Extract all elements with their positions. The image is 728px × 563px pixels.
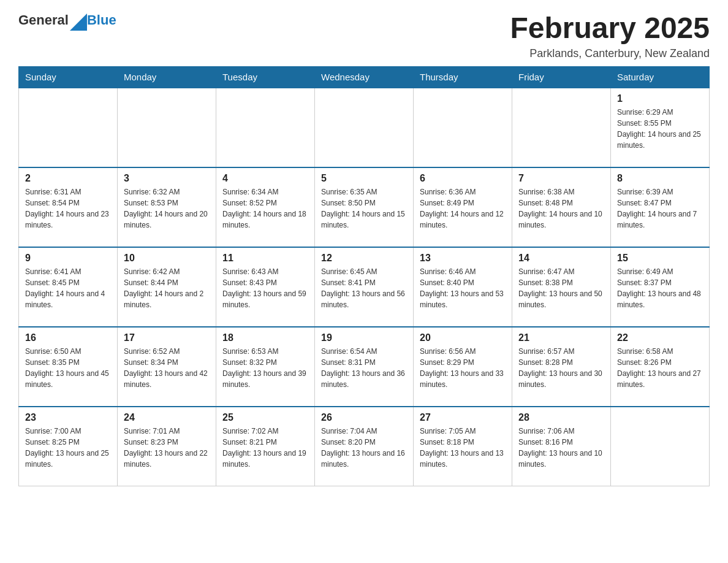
calendar-cell-w2-d7: 8Sunrise: 6:39 AMSunset: 8:47 PMDaylight… (611, 167, 710, 247)
day-info: Sunrise: 6:36 AMSunset: 8:49 PMDaylight:… (420, 186, 506, 231)
calendar-cell-w4-d7: 22Sunrise: 6:58 AMSunset: 8:26 PMDayligh… (611, 327, 710, 407)
calendar-cell-w1-d1 (19, 88, 118, 167)
calendar-cell-w3-d3: 11Sunrise: 6:43 AMSunset: 8:43 PMDayligh… (216, 247, 315, 327)
day-number: 4 (222, 173, 308, 184)
day-number: 18 (222, 332, 308, 343)
day-info: Sunrise: 7:01 AMSunset: 8:23 PMDaylight:… (124, 426, 210, 470)
calendar-cell-w1-d7: 1Sunrise: 6:29 AMSunset: 8:55 PMDaylight… (611, 88, 710, 167)
calendar-cell-w3-d4: 12Sunrise: 6:45 AMSunset: 8:41 PMDayligh… (315, 247, 414, 327)
day-number: 19 (321, 332, 407, 343)
day-number: 27 (420, 412, 506, 423)
day-info: Sunrise: 6:46 AMSunset: 8:40 PMDaylight:… (420, 266, 506, 310)
calendar-cell-w3-d6: 14Sunrise: 6:47 AMSunset: 8:38 PMDayligh… (512, 247, 611, 327)
day-number: 17 (124, 332, 210, 343)
day-number: 14 (518, 253, 604, 264)
logo: General Blue (18, 12, 116, 31)
calendar-cell-w3-d1: 9Sunrise: 6:41 AMSunset: 8:45 PMDaylight… (19, 247, 118, 327)
svg-marker-0 (70, 13, 87, 31)
day-info: Sunrise: 6:31 AMSunset: 8:54 PMDaylight:… (25, 186, 111, 231)
day-number: 21 (518, 332, 604, 343)
logo-triangle-icon (70, 13, 87, 31)
day-number: 22 (617, 332, 703, 343)
day-number: 10 (124, 253, 210, 264)
day-number: 20 (420, 332, 506, 343)
calendar-cell-w3-d7: 15Sunrise: 6:49 AMSunset: 8:37 PMDayligh… (611, 247, 710, 327)
calendar-week-5: 23Sunrise: 7:00 AMSunset: 8:25 PMDayligh… (19, 407, 710, 486)
day-info: Sunrise: 6:53 AMSunset: 8:32 PMDaylight:… (222, 346, 308, 390)
day-number: 8 (617, 173, 703, 184)
col-friday: Friday (512, 66, 611, 88)
month-title: February 2025 (510, 12, 710, 45)
day-info: Sunrise: 6:54 AMSunset: 8:31 PMDaylight:… (321, 346, 407, 390)
day-info: Sunrise: 6:39 AMSunset: 8:47 PMDaylight:… (617, 186, 703, 231)
calendar-cell-w1-d3 (216, 88, 315, 167)
calendar-cell-w1-d2 (118, 88, 216, 167)
calendar-table: Sunday Monday Tuesday Wednesday Thursday… (18, 66, 710, 487)
day-info: Sunrise: 6:56 AMSunset: 8:29 PMDaylight:… (420, 346, 506, 390)
day-info: Sunrise: 7:00 AMSunset: 8:25 PMDaylight:… (25, 426, 111, 470)
day-number: 16 (25, 332, 111, 343)
col-thursday: Thursday (414, 66, 512, 88)
day-info: Sunrise: 7:04 AMSunset: 8:20 PMDaylight:… (321, 426, 407, 470)
calendar-week-3: 9Sunrise: 6:41 AMSunset: 8:45 PMDaylight… (19, 247, 710, 327)
calendar-header-row: Sunday Monday Tuesday Wednesday Thursday… (19, 66, 710, 88)
day-number: 7 (518, 173, 604, 184)
calendar-cell-w1-d6 (512, 88, 611, 167)
location-subtitle: Parklands, Canterbury, New Zealand (510, 47, 710, 60)
calendar-cell-w2-d4: 5Sunrise: 6:35 AMSunset: 8:50 PMDaylight… (315, 167, 414, 247)
day-info: Sunrise: 6:57 AMSunset: 8:28 PMDaylight:… (518, 346, 604, 390)
logo-text-blue: Blue (87, 12, 116, 28)
day-number: 11 (222, 253, 308, 264)
day-number: 15 (617, 253, 703, 264)
calendar-cell-w5-d6: 28Sunrise: 7:06 AMSunset: 8:16 PMDayligh… (512, 407, 611, 486)
day-info: Sunrise: 6:42 AMSunset: 8:44 PMDaylight:… (124, 266, 210, 310)
day-number: 5 (321, 173, 407, 184)
day-number: 12 (321, 253, 407, 264)
col-tuesday: Tuesday (216, 66, 315, 88)
day-number: 23 (25, 412, 111, 423)
day-info: Sunrise: 6:58 AMSunset: 8:26 PMDaylight:… (617, 346, 703, 390)
day-number: 13 (420, 253, 506, 264)
day-number: 28 (518, 412, 604, 423)
calendar-cell-w5-d1: 23Sunrise: 7:00 AMSunset: 8:25 PMDayligh… (19, 407, 118, 486)
day-info: Sunrise: 7:06 AMSunset: 8:16 PMDaylight:… (518, 426, 604, 470)
day-number: 25 (222, 412, 308, 423)
calendar-week-1: 1Sunrise: 6:29 AMSunset: 8:55 PMDaylight… (19, 88, 710, 167)
day-number: 3 (124, 173, 210, 184)
calendar-cell-w4-d2: 17Sunrise: 6:52 AMSunset: 8:34 PMDayligh… (118, 327, 216, 407)
calendar-cell-w2-d6: 7Sunrise: 6:38 AMSunset: 8:48 PMDaylight… (512, 167, 611, 247)
calendar-cell-w2-d3: 4Sunrise: 6:34 AMSunset: 8:52 PMDaylight… (216, 167, 315, 247)
day-info: Sunrise: 6:45 AMSunset: 8:41 PMDaylight:… (321, 266, 407, 310)
calendar-cell-w2-d2: 3Sunrise: 6:32 AMSunset: 8:53 PMDaylight… (118, 167, 216, 247)
day-info: Sunrise: 6:50 AMSunset: 8:35 PMDaylight:… (25, 346, 111, 390)
calendar-cell-w5-d5: 27Sunrise: 7:05 AMSunset: 8:18 PMDayligh… (414, 407, 512, 486)
day-info: Sunrise: 6:29 AMSunset: 8:55 PMDaylight:… (617, 107, 703, 151)
calendar-cell-w4-d3: 18Sunrise: 6:53 AMSunset: 8:32 PMDayligh… (216, 327, 315, 407)
day-info: Sunrise: 6:43 AMSunset: 8:43 PMDaylight:… (222, 266, 308, 310)
calendar-cell-w4-d1: 16Sunrise: 6:50 AMSunset: 8:35 PMDayligh… (19, 327, 118, 407)
calendar-cell-w3-d2: 10Sunrise: 6:42 AMSunset: 8:44 PMDayligh… (118, 247, 216, 327)
day-number: 9 (25, 253, 111, 264)
day-info: Sunrise: 6:32 AMSunset: 8:53 PMDaylight:… (124, 186, 210, 231)
calendar-cell-w4-d4: 19Sunrise: 6:54 AMSunset: 8:31 PMDayligh… (315, 327, 414, 407)
calendar-cell-w2-d5: 6Sunrise: 6:36 AMSunset: 8:49 PMDaylight… (414, 167, 512, 247)
calendar-cell-w1-d4 (315, 88, 414, 167)
day-number: 1 (617, 93, 703, 104)
day-number: 26 (321, 412, 407, 423)
day-info: Sunrise: 6:38 AMSunset: 8:48 PMDaylight:… (518, 186, 604, 231)
day-info: Sunrise: 7:05 AMSunset: 8:18 PMDaylight:… (420, 426, 506, 470)
day-number: 6 (420, 173, 506, 184)
page-header: General Blue February 2025 Parklands, Ca… (18, 12, 710, 60)
calendar-cell-w5-d3: 25Sunrise: 7:02 AMSunset: 8:21 PMDayligh… (216, 407, 315, 486)
day-info: Sunrise: 6:34 AMSunset: 8:52 PMDaylight:… (222, 186, 308, 231)
day-number: 2 (25, 173, 111, 184)
calendar-cell-w5-d4: 26Sunrise: 7:04 AMSunset: 8:20 PMDayligh… (315, 407, 414, 486)
logo-text-general: General (18, 12, 87, 31)
day-info: Sunrise: 6:49 AMSunset: 8:37 PMDaylight:… (617, 266, 703, 310)
day-info: Sunrise: 6:41 AMSunset: 8:45 PMDaylight:… (25, 266, 111, 310)
col-monday: Monday (118, 66, 216, 88)
day-info: Sunrise: 6:52 AMSunset: 8:34 PMDaylight:… (124, 346, 210, 390)
calendar-cell-w5-d2: 24Sunrise: 7:01 AMSunset: 8:23 PMDayligh… (118, 407, 216, 486)
day-info: Sunrise: 6:47 AMSunset: 8:38 PMDaylight:… (518, 266, 604, 310)
col-sunday: Sunday (19, 66, 118, 88)
